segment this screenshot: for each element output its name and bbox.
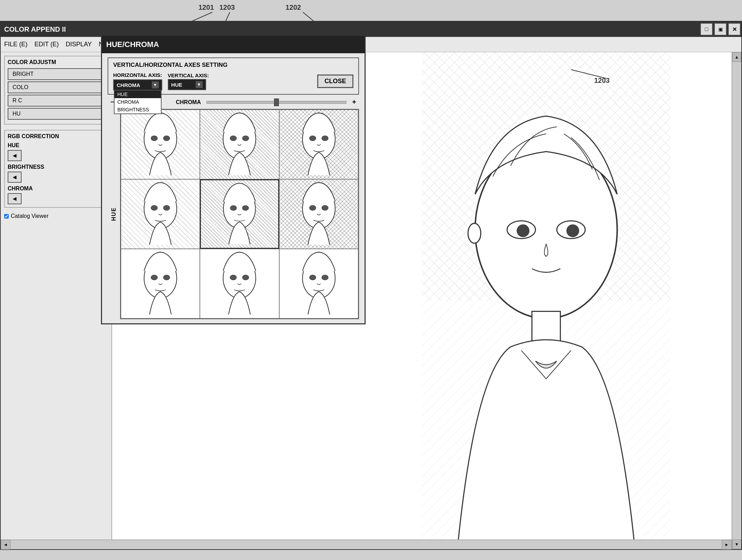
svg-point-14 [163, 136, 170, 141]
svg-point-20 [322, 136, 328, 141]
close-window-button[interactable]: ✕ [728, 23, 741, 36]
axes-setting-box: VERTICAL/HORIZONTAL AXES SETTING HORIZON… [108, 57, 359, 95]
vertical-dropdown[interactable]: HUE ▼ [168, 79, 206, 90]
menu-edit[interactable]: EDIT (E) [34, 41, 59, 48]
v-dropdown-arrow-icon: ▼ [197, 82, 201, 87]
ref-1202: 1202 [286, 3, 301, 11]
svg-point-19 [309, 136, 316, 141]
grid-cell-0-1[interactable] [200, 110, 279, 179]
dropdown-arrow-icon: ▼ [153, 82, 157, 87]
scroll-up-button[interactable]: ▲ [732, 52, 741, 62]
grid-cell-0-2[interactable] [279, 110, 358, 179]
left-panel: COLOR ADJUSTM BRIGHT COLO R C HU RGB COR… [1, 52, 112, 549]
chroma-left-arrow[interactable]: ◄ [8, 193, 22, 204]
svg-point-34 [230, 275, 237, 280]
svg-point-25 [230, 205, 236, 210]
face-svg-0-2 [280, 110, 358, 179]
grid-cell-2-1[interactable] [200, 249, 279, 318]
svg-point-26 [242, 205, 249, 210]
h-option-chroma[interactable]: CHROMA [115, 98, 161, 106]
rc-button[interactable]: R C [8, 95, 104, 107]
face-svg-1-0 [121, 180, 200, 249]
grid-cell-1-2[interactable] [279, 179, 358, 249]
svg-point-31 [151, 275, 158, 280]
colo-button[interactable]: COLO [8, 81, 104, 93]
brightness-label: BRIGHTNESS [8, 164, 104, 170]
grid-wrapper: HUE [108, 109, 359, 319]
brightness-left-arrow[interactable]: ◄ [8, 172, 22, 183]
svg-point-13 [151, 136, 158, 141]
horizontal-dropdown-selected[interactable]: CHROMA ▼ [114, 80, 162, 90]
face-svg-2-2 [280, 249, 358, 318]
horizontal-dropdown[interactable]: CHROMA ▼ HUE CHROMA BRIGHTNESS [113, 79, 162, 90]
grid-cell-2-2[interactable] [279, 249, 358, 318]
svg-point-22 [151, 205, 158, 211]
close-button[interactable]: CLOSE [317, 74, 353, 88]
arrow-left-icon2: ◄ [11, 174, 18, 181]
grid-cell-0-0[interactable] [121, 110, 200, 179]
catalog-viewer-row: Catalog Viewer [4, 213, 108, 219]
svg-point-29 [322, 205, 328, 211]
color-adjust-section: COLOR ADJUSTM BRIGHT COLO R C HU [4, 56, 108, 125]
rgb-correction-title: RGB CORRECTION [8, 133, 104, 140]
bg-window-title: COLOR APPEND II [4, 25, 66, 33]
scroll-right-button[interactable]: ► [722, 540, 732, 550]
horizontal-dropdown-arrow[interactable]: ▼ [152, 81, 159, 88]
ref-1203b: 1203 [594, 77, 610, 85]
scroll-left-button[interactable]: ◄ [1, 540, 10, 550]
h-option-brightness[interactable]: BRIGHTNESS [115, 106, 161, 113]
grid-cell-1-0[interactable] [121, 179, 200, 249]
dialog-title: HUE/CHROMA [106, 40, 159, 49]
bottom-scrollbar: ◄ ► [1, 539, 732, 549]
hue-label: HUE [8, 142, 104, 149]
vertical-axis-group: VERTICAL AXIS: HUE ▼ [168, 72, 209, 90]
scroll-down-icon: ▼ [735, 542, 739, 547]
dialog-titlebar: HUE/CHROMA [102, 36, 365, 53]
face-svg-1-2 [280, 180, 358, 249]
vertical-dropdown-arrow[interactable]: ▼ [196, 81, 203, 88]
h-option-hue[interactable]: HUE [115, 90, 161, 98]
horizontal-selected-value: CHROMA [117, 82, 140, 88]
svg-point-17 [242, 136, 249, 141]
hue-left-arrow[interactable]: ◄ [8, 150, 22, 161]
axes-controls: HORIZONTAL AXIS: CHROMA ▼ HUE CHROMA BRI… [113, 72, 353, 90]
horizontal-axis-label: HORIZONTAL AXIS: [113, 72, 162, 78]
window-controls: □ ▣ ✕ [700, 22, 741, 37]
slider-track[interactable] [206, 101, 346, 104]
maximize-button[interactable]: ▣ [714, 23, 727, 36]
catalog-checkbox[interactable] [4, 214, 9, 219]
scroll-right-icon: ► [725, 542, 729, 547]
menu-display[interactable]: DISPLAY [66, 41, 92, 48]
slider-thumb[interactable] [274, 98, 279, 106]
face-svg-2-0 [121, 249, 200, 318]
vertical-dropdown-selected[interactable]: HUE ▼ [169, 80, 205, 89]
grid-cell-2-0[interactable] [121, 249, 200, 318]
svg-point-35 [242, 275, 249, 280]
dialog-window: HUE/CHROMA VERTICAL/HORIZONTAL AXES SETT… [101, 35, 366, 324]
image-grid [120, 109, 359, 319]
scroll-down-button[interactable]: ▼ [732, 539, 741, 549]
catalog-viewer-label: Catalog Viewer [11, 213, 48, 219]
horizontal-dropdown-list: HUE CHROMA BRIGHTNESS [114, 90, 162, 114]
minimize-button[interactable]: □ [700, 23, 713, 36]
dialog-content: VERTICAL/HORIZONTAL AXES SETTING HORIZON… [102, 53, 365, 323]
slider-plus: + [352, 98, 356, 106]
chroma-left-label: CHROMA [176, 99, 201, 105]
bright-button[interactable]: BRIGHT [8, 68, 104, 80]
face-svg-0-1 [200, 110, 279, 179]
hu-button[interactable]: HU [8, 108, 104, 120]
face-svg-0-0 [121, 110, 200, 179]
menu-file[interactable]: FILE (E) [4, 41, 28, 48]
svg-point-8 [517, 224, 530, 237]
svg-point-38 [322, 275, 328, 280]
grid-cell-1-1[interactable] [200, 179, 279, 249]
svg-point-10 [468, 223, 481, 243]
vertical-selected-value: HUE [171, 82, 182, 88]
svg-point-37 [309, 275, 316, 280]
svg-point-28 [309, 205, 316, 211]
face-svg-2-1 [200, 249, 279, 318]
ref-1201: 1201 [198, 3, 214, 11]
ref-1203a: 1203 [219, 3, 235, 11]
svg-point-9 [567, 224, 579, 237]
axes-setting-title: VERTICAL/HORIZONTAL AXES SETTING [113, 62, 353, 69]
